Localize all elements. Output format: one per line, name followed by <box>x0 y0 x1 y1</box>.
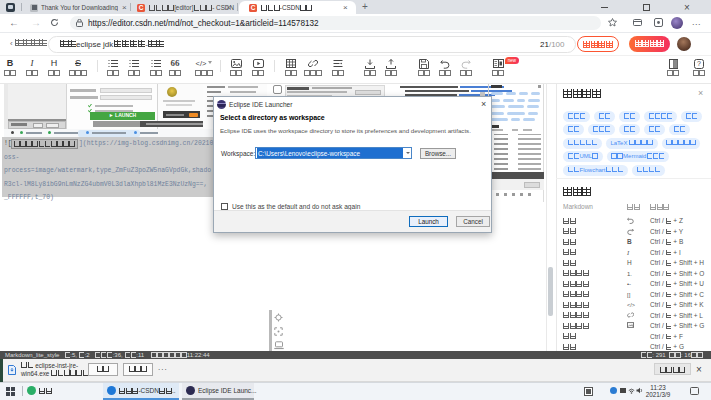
svg-text:?: ? <box>697 60 701 67</box>
